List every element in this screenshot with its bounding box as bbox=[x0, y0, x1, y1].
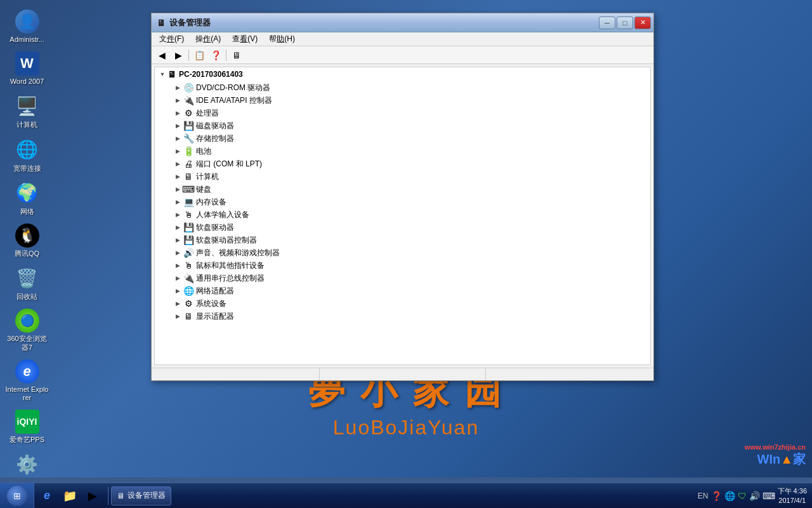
root-toggle[interactable]: ▼ bbox=[157, 69, 167, 79]
taskbar-explorer-button[interactable]: 📁 bbox=[60, 485, 80, 507]
tree-item-computer-node[interactable]: ▶ 🖥 计算机 bbox=[155, 170, 650, 183]
start-button[interactable]: ⊞ bbox=[0, 483, 34, 509]
tree-item-display[interactable]: ▶ 🖥 显示适配器 bbox=[155, 310, 650, 323]
menu-help[interactable]: 帮助(H) bbox=[264, 32, 300, 46]
network-adapter-toggle[interactable]: ▶ bbox=[173, 286, 183, 296]
icon-word2007[interactable]: W Word 2007 bbox=[3, 48, 51, 89]
dvdrom-icon: 💿 bbox=[183, 82, 194, 93]
icon-broadband[interactable]: 🌐 宽带连接 bbox=[3, 134, 51, 176]
ide-toggle[interactable]: ▶ bbox=[173, 95, 183, 105]
tree-item-mouse[interactable]: ▶ 🖱 鼠标和其他指针设备 bbox=[155, 259, 650, 272]
tree-item-com-lpt[interactable]: ▶ 🖨 端口 (COM 和 LPT) bbox=[155, 157, 650, 170]
memory-toggle[interactable]: ▶ bbox=[173, 197, 183, 207]
tree-item-serial-bus[interactable]: ▶ 🔌 通用串行总线控制器 bbox=[155, 272, 650, 284]
icon-computer[interactable]: 🖥️ 计算机 bbox=[3, 90, 51, 132]
tree-item-dvdrom[interactable]: ▶ 💿 DVD/CD-ROM 驱动器 bbox=[155, 81, 650, 94]
icon-ie[interactable]: e Internet Explorer bbox=[3, 356, 51, 405]
network-adapter-label: 网络适配器 bbox=[196, 286, 234, 297]
root-label: PC-201703061403 bbox=[179, 70, 243, 79]
browser360-icon: 🔵 bbox=[15, 309, 39, 333]
tray-datetime[interactable]: 下午 4:36 2017/4/1 bbox=[778, 486, 807, 505]
tray-network-icon[interactable]: 🌐 bbox=[724, 491, 735, 501]
toolbar-devices-button[interactable]: 🖥 bbox=[229, 48, 244, 62]
tray-help-icon[interactable]: ❓ bbox=[711, 491, 722, 501]
tree-root[interactable]: ▼ 🖥 PC-201703061403 bbox=[155, 67, 650, 81]
quick-launch: e 📁 ▶ bbox=[34, 483, 105, 508]
hid-toggle[interactable]: ▶ bbox=[173, 210, 183, 220]
toolbar-forward-button[interactable]: ▶ bbox=[171, 48, 186, 62]
system-toggle[interactable]: ▶ bbox=[173, 298, 183, 309]
icon-360browser[interactable]: 🔵 360安全浏览器7 bbox=[3, 305, 51, 354]
computer-node-toggle[interactable]: ▶ bbox=[173, 171, 183, 182]
dvdrom-toggle[interactable]: ▶ bbox=[173, 83, 183, 93]
menu-view[interactable]: 查看(V) bbox=[227, 32, 263, 46]
battery-label: 电池 bbox=[196, 146, 211, 157]
sound-toggle[interactable]: ▶ bbox=[173, 248, 183, 258]
icon-recycle[interactable]: 🗑️ 回收站 bbox=[3, 262, 51, 304]
icon-jihuotools[interactable]: ⚙️ 激活工具及驱动精灵 bbox=[3, 448, 51, 478]
tree-item-hid[interactable]: ▶ 🖱 人体学输入设备 bbox=[155, 208, 650, 221]
maximize-button[interactable]: □ bbox=[617, 17, 633, 29]
keyboard-toggle[interactable]: ▶ bbox=[173, 184, 183, 194]
minimize-button[interactable]: ─ bbox=[599, 17, 615, 29]
window-content: ▼ 🖥 PC-201703061403 ▶ 💿 DVD/CD-ROM 驱动器 ▶… bbox=[152, 67, 653, 365]
tray-language[interactable]: EN bbox=[698, 491, 709, 500]
computer-label: 计算机 bbox=[16, 121, 37, 129]
win7-logo-text: WIn▲家 bbox=[745, 451, 806, 468]
tree-item-storage[interactable]: ▶ 🔧 存储控制器 bbox=[155, 132, 650, 145]
taskbar-devmgr-button[interactable]: 🖥 设备管理器 bbox=[111, 486, 171, 505]
computer-node-icon: 🖥 bbox=[183, 171, 194, 182]
tree-item-system[interactable]: ▶ ⚙ 系统设备 bbox=[155, 297, 650, 310]
tray-keyboard-icon[interactable]: ⌨ bbox=[763, 491, 775, 501]
tree-item-ide[interactable]: ▶ 🔌 IDE ATA/ATAPI 控制器 bbox=[155, 94, 650, 107]
taskbar-ie-button[interactable]: e bbox=[37, 485, 57, 507]
icon-iqiyi[interactable]: iQIYI 爱奇艺PPS bbox=[3, 406, 51, 447]
disk-toggle[interactable]: ▶ bbox=[173, 121, 183, 131]
tray-sound-icon[interactable]: 🔊 bbox=[749, 491, 760, 501]
keyboard-label: 键盘 bbox=[196, 184, 211, 195]
mouse-toggle[interactable]: ▶ bbox=[173, 260, 183, 271]
statusbar-section-2 bbox=[320, 368, 485, 380]
floppy-toggle[interactable]: ▶ bbox=[173, 222, 183, 232]
com-lpt-toggle[interactable]: ▶ bbox=[173, 159, 183, 169]
device-tree[interactable]: ▼ 🖥 PC-201703061403 ▶ 💿 DVD/CD-ROM 驱动器 ▶… bbox=[154, 67, 651, 365]
tray-security-icon[interactable]: 🛡 bbox=[738, 491, 747, 501]
ie-icon: e bbox=[15, 359, 39, 384]
memory-label: 内存设备 bbox=[196, 197, 226, 208]
tree-item-network-adapter[interactable]: ▶ 🌐 网络适配器 bbox=[155, 284, 650, 297]
menu-action[interactable]: 操作(A) bbox=[190, 32, 226, 46]
floppy-ctrl-toggle[interactable]: ▶ bbox=[173, 235, 183, 245]
desktop-icons-col1: 👤 Administr... W Word 2007 🖥️ 计算机 🌐 宽带连接… bbox=[3, 6, 51, 478]
tree-item-memory[interactable]: ▶ 💻 内存设备 bbox=[155, 196, 650, 208]
icon-qq[interactable]: 🐧 腾讯QQ bbox=[3, 220, 51, 261]
toolbar-help-button[interactable]: ❓ bbox=[208, 48, 223, 62]
tree-item-sound[interactable]: ▶ 🔊 声音、视频和游戏控制器 bbox=[155, 246, 650, 259]
display-toggle[interactable]: ▶ bbox=[173, 311, 183, 321]
tree-item-floppy-ctrl[interactable]: ▶ 💾 软盘驱动器控制器 bbox=[155, 234, 650, 246]
watermark-en-text: LuoBoJiaYuan bbox=[308, 416, 504, 439]
tree-item-floppy[interactable]: ▶ 💾 软盘驱动器 bbox=[155, 221, 650, 234]
word-label: Word 2007 bbox=[10, 77, 44, 86]
com-lpt-icon: 🖨 bbox=[183, 158, 194, 170]
ide-icon: 🔌 bbox=[183, 95, 194, 106]
storage-toggle[interactable]: ▶ bbox=[173, 133, 183, 144]
battery-toggle[interactable]: ▶ bbox=[173, 146, 183, 156]
cpu-toggle[interactable]: ▶ bbox=[173, 108, 183, 118]
close-button[interactable]: ✕ bbox=[634, 17, 651, 29]
icon-administrator[interactable]: 👤 Administr... bbox=[3, 6, 51, 47]
broadband-label: 宽带连接 bbox=[13, 164, 41, 173]
display-label: 显示适配器 bbox=[196, 311, 234, 322]
network-adapter-icon: 🌐 bbox=[183, 285, 194, 297]
toolbar-back-button[interactable]: ◀ bbox=[154, 48, 169, 62]
taskbar-ie-icon: e bbox=[44, 489, 50, 502]
tree-item-battery[interactable]: ▶ 🔋 电池 bbox=[155, 145, 650, 157]
tree-item-cpu[interactable]: ▶ ⚙ 处理器 bbox=[155, 107, 650, 119]
sound-icon: 🔊 bbox=[183, 247, 194, 258]
tree-item-disk[interactable]: ▶ 💾 磁盘驱动器 bbox=[155, 119, 650, 132]
tree-item-keyboard[interactable]: ▶ ⌨ 键盘 bbox=[155, 183, 650, 196]
taskbar-media-button[interactable]: ▶ bbox=[82, 485, 103, 507]
menu-file[interactable]: 文件(F) bbox=[154, 32, 189, 46]
toolbar-properties-button[interactable]: 📋 bbox=[192, 48, 207, 62]
serial-bus-toggle[interactable]: ▶ bbox=[173, 273, 183, 283]
icon-network[interactable]: 🌍 网络 bbox=[3, 177, 51, 219]
